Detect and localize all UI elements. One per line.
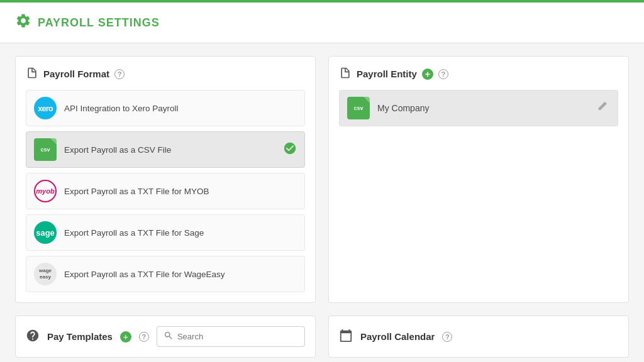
payroll-format-help-icon[interactable]: ? — [114, 69, 125, 79]
bottom-row: Pay Templates + ? Payroll Calendar ? — [0, 315, 644, 362]
search-input[interactable] — [177, 332, 298, 341]
format-item-myob[interactable]: myob Export Payroll as a TXT File for MY… — [26, 173, 305, 209]
payroll-calendar-panel: Payroll Calendar ? — [328, 315, 629, 358]
entity-csv-logo: csv — [347, 97, 370, 119]
entity-item-mycompany[interactable]: csv My Company — [339, 90, 618, 126]
format-item-sage-label: Export Payroll as a TXT File for Sage — [64, 228, 297, 238]
format-list: xero API Integration to Xero Payroll csv… — [26, 90, 305, 292]
selected-check-icon — [283, 141, 297, 158]
entity-edit-icon[interactable] — [597, 101, 610, 116]
format-item-wageeasy[interactable]: wageeasy Export Payroll as a TXT File fo… — [26, 256, 305, 292]
pay-templates-title: Pay Templates — [47, 331, 113, 342]
payroll-calendar-help-icon[interactable]: ? — [442, 332, 452, 342]
format-item-sage[interactable]: sage Export Payroll as a TXT File for Sa… — [26, 214, 305, 251]
format-item-csv-label: Export Payroll as a CSV File — [64, 145, 275, 155]
page-header: PAYROLL SETTINGS — [0, 3, 644, 43]
payroll-entity-panel: Payroll Entity + ? csv My Company — [328, 56, 629, 303]
payroll-entity-doc-icon — [339, 67, 352, 81]
myob-logo: myob — [34, 180, 57, 202]
pay-templates-panel: Pay Templates + ? — [15, 315, 316, 358]
csv-logo: csv — [34, 138, 57, 161]
sage-logo: sage — [34, 221, 57, 244]
format-item-myob-label: Export Payroll as a TXT File for MYOB — [64, 187, 297, 196]
payroll-format-title: Payroll Format — [43, 69, 109, 79]
wageeasy-logo: wageeasy — [34, 263, 57, 285]
payroll-format-doc-icon — [26, 67, 38, 81]
payroll-entity-help-icon[interactable]: ? — [438, 69, 448, 79]
pay-templates-add-button[interactable]: + — [120, 331, 131, 343]
pay-templates-help-icon[interactable]: ? — [139, 332, 149, 342]
payroll-entity-title: Payroll Entity — [357, 69, 417, 79]
format-item-xero-label: API Integration to Xero Payroll — [64, 104, 297, 113]
format-item-wageeasy-label: Export Payroll as a TXT File for WageEas… — [64, 270, 297, 279]
search-box — [157, 326, 305, 347]
payroll-calendar-title: Payroll Calendar — [360, 331, 435, 342]
settings-gear-icon — [15, 13, 31, 33]
entity-list: csv My Company — [339, 90, 618, 126]
pay-templates-icon — [26, 329, 40, 344]
xero-logo: xero — [34, 97, 57, 119]
payroll-calendar-icon — [339, 329, 353, 344]
format-item-xero[interactable]: xero API Integration to Xero Payroll — [26, 90, 305, 126]
payroll-format-header: Payroll Format ? — [26, 67, 305, 81]
payroll-entity-add-button[interactable]: + — [422, 69, 433, 80]
payroll-entity-header: Payroll Entity + ? — [339, 67, 618, 81]
payroll-format-panel: Payroll Format ? xero API Integration to… — [15, 56, 316, 303]
format-item-csv[interactable]: csv Export Payroll as a CSV File — [26, 131, 305, 168]
main-grid: Payroll Format ? xero API Integration to… — [0, 43, 644, 315]
search-icon — [164, 331, 174, 343]
entity-item-label: My Company — [377, 103, 429, 113]
page-title: PAYROLL SETTINGS — [38, 16, 160, 30]
